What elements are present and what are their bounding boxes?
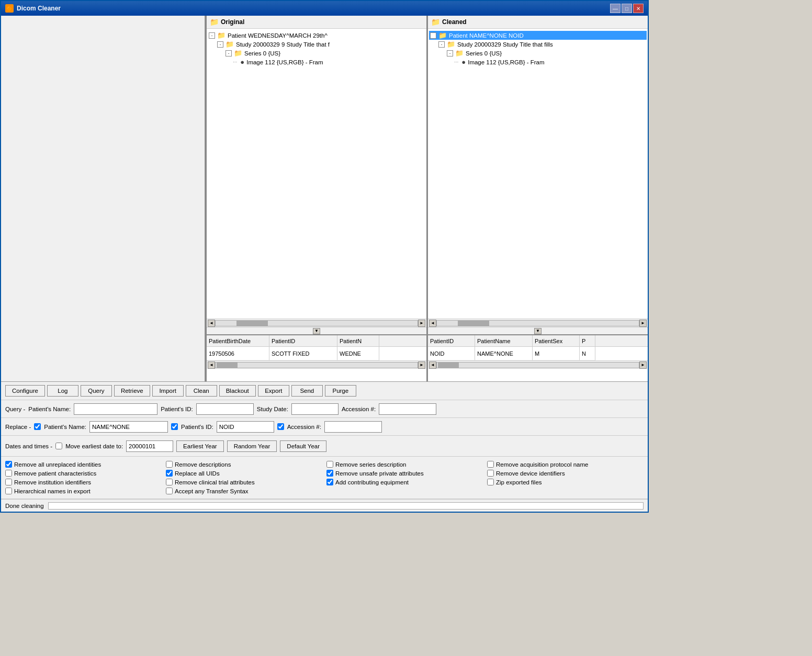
scroll-right[interactable]: ► (418, 361, 425, 369)
clean-button[interactable]: Clean (186, 385, 217, 397)
expand-icon[interactable]: - (438, 41, 445, 48)
accept-transfer-syntax-checkbox[interactable] (166, 488, 173, 494)
col-header: PatientSex (533, 335, 580, 346)
remove-series-description-checkbox[interactable] (326, 461, 333, 468)
scroll-left[interactable]: ◄ (208, 320, 215, 327)
expand-icon[interactable]: - (225, 50, 232, 56)
earliest-year-button[interactable]: Earliest Year (176, 440, 224, 452)
hscroll-thumb[interactable] (217, 363, 238, 368)
remove-patient-characteristics-checkbox[interactable] (5, 470, 12, 477)
tree-row[interactable]: - 📁 Study 20000329 9 Study Title that f (208, 40, 425, 49)
scroll-right[interactable]: ► (639, 320, 647, 327)
table-hscrollbar2[interactable]: ◄ ► (428, 360, 648, 369)
scroll-left[interactable]: ◄ (208, 361, 215, 369)
tree-row[interactable]: ··· ● Image 112 {US,RGB} - Fram (429, 58, 647, 66)
option-item: Remove institution identifiers (5, 479, 162, 485)
expand-icon[interactable]: - (209, 32, 215, 39)
expand-icon[interactable]: - (430, 32, 436, 39)
export-button[interactable]: Export (258, 385, 289, 397)
query-study-date-input[interactable] (291, 403, 339, 415)
expand-icon[interactable]: - (447, 50, 453, 56)
image-icon: ● (240, 58, 244, 66)
option-item: Remove patient characteristics (5, 470, 162, 477)
vscroll-area2[interactable]: ▼ (428, 327, 648, 334)
scroll-right[interactable]: ► (639, 361, 647, 369)
add-contributing-equipment-checkbox[interactable] (326, 479, 333, 485)
tree-row[interactable]: - 📁 Patient WEDNESDAY^MARCH 29th^ (208, 31, 425, 40)
log-button[interactable]: Log (47, 385, 78, 397)
hscroll-thumb[interactable] (236, 321, 268, 326)
hscroll-track[interactable] (436, 320, 639, 326)
title-buttons: — □ ✕ (610, 4, 644, 13)
tree-item-label: Image 112 {US,RGB} - Fram (468, 59, 544, 65)
vscroll-area[interactable]: ▼ (207, 327, 426, 334)
hscroll-track[interactable] (215, 362, 418, 368)
option-label: Remove all unreplaced identities (14, 461, 101, 468)
remove-acquisition-protocol-checkbox[interactable] (487, 461, 494, 468)
scroll-right[interactable]: ► (418, 320, 425, 327)
query-button[interactable]: Query (81, 385, 112, 397)
blackout-button[interactable]: Blackout (219, 385, 256, 397)
scroll-left[interactable]: ◄ (429, 361, 436, 369)
replace-accession-input[interactable] (324, 421, 382, 433)
scroll-down-btn2[interactable]: ▼ (534, 328, 542, 334)
remove-institution-identifiers-checkbox[interactable] (5, 479, 12, 485)
scroll-down-btn[interactable]: ▼ (313, 328, 320, 334)
import-button[interactable]: Import (152, 385, 184, 397)
replace-patient-name-input[interactable] (89, 421, 168, 433)
random-year-button[interactable]: Random Year (227, 440, 277, 452)
table-hscrollbar[interactable]: ◄ ► (207, 360, 426, 369)
remove-unreplaced-checkbox[interactable] (5, 461, 12, 468)
minimize-button[interactable]: — (610, 4, 621, 13)
replace-accession-checkbox[interactable] (277, 423, 284, 430)
send-button[interactable]: Send (291, 385, 323, 397)
hscroll-thumb[interactable] (438, 363, 459, 368)
move-earliest-date-label: Move earliest date to: (65, 443, 123, 449)
retrieve-button[interactable]: Retrieve (114, 385, 150, 397)
remove-device-identifiers-checkbox[interactable] (487, 470, 494, 477)
query-patient-id-input[interactable] (196, 403, 254, 415)
tree-row[interactable]: - 📁 Patient NAME^NONE NOID (429, 31, 647, 40)
move-earliest-date-checkbox[interactable] (55, 443, 62, 449)
tree-row[interactable]: - 📁 Series 0 {US} (208, 49, 425, 58)
original-hscrollbar[interactable]: ◄ ► (207, 319, 426, 327)
remove-clinical-trial-checkbox[interactable] (166, 479, 173, 485)
tree-item-label: Study 20000329 Study Title that fills (457, 41, 553, 48)
purge-button[interactable]: Purge (325, 385, 356, 397)
zip-exported-files-checkbox[interactable] (487, 479, 494, 485)
option-item: Add contributing equipment (326, 479, 483, 485)
tree-row[interactable]: ··· ● Image 112 {US,RGB} - Fram (208, 58, 425, 66)
replace-patient-id-checkbox[interactable] (171, 423, 178, 430)
replace-patient-id-input[interactable] (217, 421, 274, 433)
query-accession-input[interactable] (379, 403, 436, 415)
earliest-date-input[interactable] (126, 440, 173, 452)
hscroll-track[interactable] (436, 362, 639, 368)
configure-button[interactable]: Configure (5, 385, 45, 397)
table-cell: NAME^NONE (475, 347, 533, 360)
replace-patient-name-checkbox[interactable] (34, 423, 41, 430)
tree-row[interactable]: - 📁 Series 0 {US} (429, 49, 647, 58)
maximize-button[interactable]: □ (622, 4, 632, 13)
table-row[interactable]: NOID NAME^NONE M N (428, 347, 648, 360)
scroll-left[interactable]: ◄ (429, 320, 436, 327)
hierarchical-names-checkbox[interactable] (5, 488, 12, 494)
cleaned-tree-body[interactable]: - 📁 Patient NAME^NONE NOID - 📁 Study 200… (428, 29, 648, 319)
default-year-button[interactable]: Default Year (280, 440, 326, 452)
expand-icon[interactable]: - (217, 41, 223, 48)
option-item: Remove series description (326, 461, 483, 468)
replace-all-uids-checkbox[interactable] (166, 470, 173, 477)
hscroll-thumb[interactable] (458, 321, 489, 326)
close-button[interactable]: ✕ (633, 4, 644, 13)
tree-row[interactable]: - 📁 Study 20000329 Study Title that fill… (429, 40, 647, 49)
cleaned-hscrollbar[interactable]: ◄ ► (428, 319, 648, 327)
dotted-connector: ··· (454, 59, 458, 65)
folder-icon: 📁 (447, 40, 455, 48)
query-patient-name-input[interactable] (74, 403, 157, 415)
table-row[interactable]: 19750506 SCOTT FIXED WEDNE (207, 347, 426, 360)
original-tree-body[interactable]: - 📁 Patient WEDNESDAY^MARCH 29th^ - 📁 St… (207, 29, 426, 319)
remove-descriptions-checkbox[interactable] (166, 461, 173, 468)
title-bar: 🔶 Dicom Cleaner — □ ✕ (1, 1, 648, 16)
hscroll-track[interactable] (215, 320, 418, 326)
remove-unsafe-private-checkbox[interactable] (326, 470, 333, 477)
original-table: PatientBirthDate PatientID PatientN 1975… (207, 334, 426, 381)
